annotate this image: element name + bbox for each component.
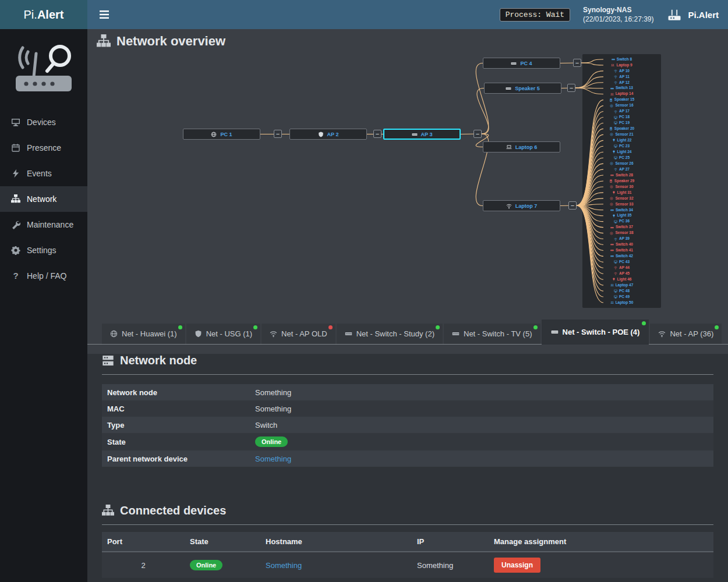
- device-list-item[interactable]: Switch 40: [582, 242, 661, 248]
- sidebar-item-label: Help / FAQ: [27, 271, 66, 281]
- device-list-item[interactable]: PC 25: [582, 155, 661, 161]
- wifi-icon: [658, 330, 666, 338]
- device-list-item[interactable]: Laptop 9: [582, 62, 661, 68]
- tab-net-switch-study-2[interactable]: Net - Switch - Study (2): [337, 324, 443, 344]
- device-list-item[interactable]: Switch 34: [582, 207, 661, 213]
- device-list-item[interactable]: PC 48: [582, 288, 661, 294]
- tab-net-usg-1[interactable]: Net - USG (1): [186, 324, 260, 344]
- device-list-item[interactable]: AP 44: [582, 265, 661, 271]
- device-list-item[interactable]: PC 19: [582, 120, 661, 126]
- hub-icon: [511, 61, 517, 66]
- monitor-icon: [614, 220, 617, 223]
- device-list-item[interactable]: Switch 8: [582, 56, 661, 62]
- tab-net-ap-36[interactable]: Net - AP (36): [650, 324, 722, 344]
- hub-icon: [506, 86, 511, 91]
- device-list-item[interactable]: Laptop 50: [582, 300, 661, 306]
- parent-device-link[interactable]: Something: [255, 455, 291, 463]
- device-list-item[interactable]: PC 23: [582, 143, 661, 149]
- diagram-node-ap-2[interactable]: AP 2: [289, 129, 367, 140]
- device-list-item[interactable]: Sensor 16: [582, 103, 661, 109]
- device-list-item[interactable]: Laptop 47: [582, 282, 661, 288]
- tab-net-switch-poe-4[interactable]: Net - Switch - POE (4): [542, 320, 649, 345]
- device-list-item[interactable]: AP 10: [582, 68, 661, 74]
- diagram-node-ap-3[interactable]: AP 3: [383, 129, 461, 140]
- hub-icon: [610, 208, 614, 212]
- device-list-item[interactable]: Switch 42: [582, 253, 661, 259]
- tab-net-ap-old[interactable]: Net - AP OLD: [261, 324, 335, 344]
- device-list-item[interactable]: PC 49: [582, 294, 661, 300]
- device-list-item[interactable]: Sensor 26: [582, 161, 661, 166]
- state-badge: Online: [190, 560, 222, 570]
- diagram-node-pc-4[interactable]: PC 4: [483, 58, 560, 69]
- column-header-manage-assignment: Manage assignment: [489, 532, 713, 552]
- device-list-item[interactable]: AP 45: [582, 271, 661, 276]
- tab-net-switch-tv-5[interactable]: Net - Switch - TV (5): [444, 324, 540, 344]
- device-list-item[interactable]: Sensor 38: [582, 230, 661, 236]
- sensor-icon: [610, 197, 613, 200]
- device-list-item[interactable]: Sensor 30: [582, 184, 661, 190]
- sidebar-item-devices[interactable]: Devices: [0, 109, 87, 135]
- device-list-item[interactable]: PC 43: [582, 259, 661, 265]
- device-list-item[interactable]: AP 11: [582, 74, 661, 80]
- device-label: Switch 41: [616, 249, 633, 253]
- sidebar-item-settings[interactable]: Settings: [0, 237, 87, 263]
- globe-icon: [211, 132, 217, 137]
- collapse-handle[interactable]: [373, 130, 381, 138]
- device-list-item[interactable]: Switch 28: [582, 172, 661, 178]
- device-list-item[interactable]: Laptop 14: [582, 91, 661, 97]
- device-list-item[interactable]: Light 31: [582, 190, 661, 196]
- collapse-handle[interactable]: [473, 130, 482, 138]
- device-label: Sensor 26: [615, 162, 633, 166]
- device-list-item[interactable]: Light 46: [582, 276, 661, 282]
- device-list-item[interactable]: Switch 13: [582, 86, 661, 91]
- device-list-item[interactable]: Speaker 29: [582, 178, 661, 184]
- collapse-handle[interactable]: [573, 59, 581, 67]
- device-list-item[interactable]: Light 35: [582, 213, 661, 219]
- hub-icon: [610, 243, 614, 246]
- diagram-node-speaker-5[interactable]: Speaker 5: [484, 83, 561, 94]
- diagram-node-pc-1[interactable]: PC 1: [183, 129, 260, 140]
- diagram-node-laptop-7[interactable]: Laptop 7: [483, 200, 560, 211]
- diagram-node-laptop-6[interactable]: Laptop 6: [483, 141, 560, 152]
- connected-devices-table: PortStateHostnameIPManage assignment2Onl…: [102, 532, 713, 578]
- device-list-item[interactable]: Sensor 33: [582, 201, 661, 207]
- device-list-item[interactable]: AP 17: [582, 109, 661, 115]
- device-list-item[interactable]: Light 24: [582, 149, 661, 155]
- device-label: Sensor 32: [615, 197, 633, 201]
- device-label: PC 25: [619, 156, 630, 160]
- status-dot-green: [715, 325, 719, 329]
- sidebar-item-help-faq[interactable]: Help / FAQ: [0, 263, 87, 289]
- app-logo[interactable]: Pi.Alert: [0, 0, 87, 29]
- tab-label: Net - AP (36): [670, 329, 713, 338]
- device-list-item[interactable]: Light 22: [582, 137, 661, 143]
- sidebar-item-maintenance[interactable]: Maintenance: [0, 212, 87, 237]
- tab-net-huawei-1[interactable]: Net - Huawei (1): [102, 324, 185, 344]
- device-label: Switch 37: [616, 225, 633, 229]
- device-list-item[interactable]: Sensor 21: [582, 132, 661, 137]
- device-list-item[interactable]: Speaker 20: [582, 126, 661, 132]
- question-icon: [11, 271, 20, 281]
- sidebar-item-presence[interactable]: Presence: [0, 135, 87, 161]
- wrench-icon: [11, 220, 20, 229]
- device-list-item[interactable]: PC 18: [582, 115, 661, 120]
- device-list-item[interactable]: AP 27: [582, 166, 661, 172]
- collapse-handle[interactable]: [274, 130, 282, 138]
- unassign-button[interactable]: Unassign: [494, 558, 540, 573]
- device-list-item[interactable]: Sensor 32: [582, 196, 661, 201]
- sidebar-item-events[interactable]: Events: [0, 161, 87, 186]
- hostname-link[interactable]: Something: [266, 561, 302, 570]
- device-list-item[interactable]: PC 36: [582, 219, 661, 225]
- device-list-item[interactable]: Switch 37: [582, 225, 661, 230]
- sidebar-item-network[interactable]: Network: [0, 186, 87, 212]
- device-list-item[interactable]: AP 39: [582, 236, 661, 242]
- sidebar-toggle-button[interactable]: [87, 0, 121, 29]
- table-header-row: PortStateHostnameIPManage assignment: [102, 532, 713, 552]
- device-list-item[interactable]: Switch 41: [582, 247, 661, 253]
- hub-icon: [345, 330, 352, 338]
- collapse-handle[interactable]: [568, 201, 577, 210]
- collapse-handle[interactable]: [567, 84, 575, 92]
- device-list-item[interactable]: AP 12: [582, 80, 661, 86]
- device-label: Sensor 33: [615, 203, 633, 207]
- laptop-icon: [610, 93, 614, 96]
- device-list-item[interactable]: Speaker 15: [582, 97, 661, 103]
